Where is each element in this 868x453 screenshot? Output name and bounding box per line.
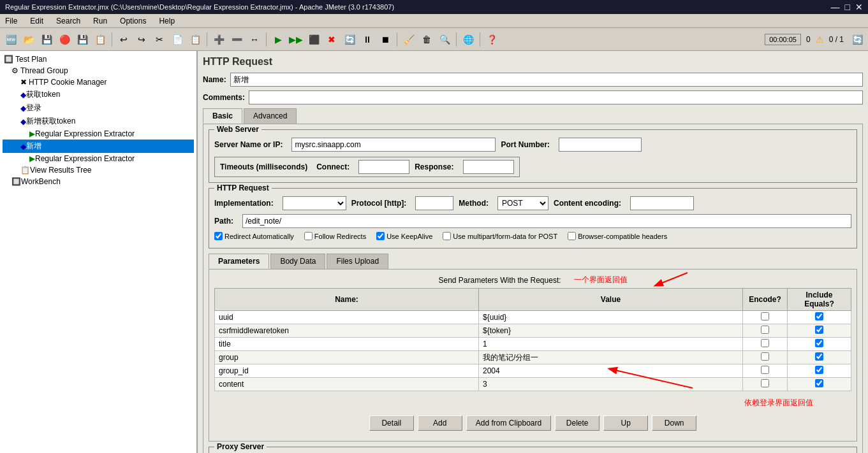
param-value-input[interactable] [483,340,739,349]
tab-files-upload[interactable]: Files Upload [327,254,388,269]
new-button[interactable]: 🆕 [3,31,19,48]
redo-button[interactable]: ↪ [133,31,150,48]
method-select[interactable]: POST GET [497,196,548,210]
cell-name[interactable] [215,324,479,338]
encode-checkbox[interactable] [761,366,769,374]
encode-checkbox[interactable] [761,326,769,334]
close-button[interactable]: ✕ [855,2,863,12]
delete-button[interactable]: Delete [555,415,600,431]
toolbar-btn-14[interactable]: ↔ [246,31,263,48]
collapse-button[interactable]: ➖ [228,31,245,48]
tree-item-login[interactable]: ◆ 登录 [3,101,194,115]
start-no-pause[interactable]: ▶▶ [288,31,304,48]
comments-input[interactable] [249,90,863,104]
encoding-input[interactable] [630,196,694,210]
shutdown-button[interactable]: ✖ [323,31,340,48]
expand-button[interactable]: ➕ [210,31,227,48]
response-input[interactable] [463,160,514,174]
menu-search[interactable]: Search [54,16,83,26]
remote-exit[interactable]: ⏹ [377,31,394,48]
cell-value[interactable] [479,338,743,351]
tree-item-newadd[interactable]: ◆ 新增 [3,140,194,153]
menu-edit[interactable]: Edit [27,16,46,26]
name-input[interactable] [230,73,863,87]
tab-body-data[interactable]: Body Data [270,254,325,269]
maximize-button[interactable]: □ [845,2,850,12]
cell-value[interactable] [479,351,743,364]
cell-name[interactable] [215,364,479,378]
help-btn[interactable]: ❓ [483,31,500,48]
param-name-input[interactable] [219,340,474,349]
add-from-clipboard-button[interactable]: Add from Clipboard [466,415,551,431]
port-number-input[interactable] [559,138,642,152]
minimize-button[interactable]: — [831,2,840,12]
impl-select[interactable] [283,196,346,210]
tree-item-regex2[interactable]: ▶ Regular Expression Extractor [3,153,194,164]
tree-item-regex1[interactable]: ▶ Regular Expression Extractor [3,128,194,140]
multipart-checkbox[interactable]: Use multipart/form-data for POST [443,232,557,240]
include-checkbox[interactable] [815,352,823,361]
tab-basic[interactable]: Basic [203,108,242,124]
param-name-input[interactable] [219,313,474,322]
cell-name[interactable] [215,378,479,391]
remote-start[interactable]: 🔄 [341,31,358,48]
browser-compatible-checkbox[interactable]: Browser-compatible headers [568,232,667,240]
redirect-auto-checkbox[interactable]: Redirect Automatically [214,232,294,240]
tree-item-testplan[interactable]: 🔲 Test Plan [3,54,194,65]
remote-stop[interactable]: ⏸ [359,31,376,48]
cell-name[interactable] [215,311,479,324]
toolbar-btn-4[interactable]: 🔴 [56,31,73,48]
param-value-input[interactable] [483,313,739,322]
encode-checkbox[interactable] [761,352,769,361]
down-button[interactable]: Down [652,415,696,431]
clear-button[interactable]: 🧹 [401,31,417,48]
param-value-input[interactable] [483,326,739,335]
refresh-button[interactable]: 🔄 [849,31,865,48]
tab-parameters[interactable]: Parameters [209,254,269,269]
find-button[interactable]: 🔍 [436,31,453,48]
tree-item-threadgroup[interactable]: ⚙ Thread Group [3,65,194,76]
param-name-input[interactable] [219,380,474,389]
path-input[interactable] [242,214,851,228]
start-button[interactable]: ▶ [270,31,286,48]
tree-item-gettoken[interactable]: ◆ 获取token [3,88,194,101]
server-name-input[interactable] [291,138,496,152]
menu-file[interactable]: File [3,16,20,26]
cell-value[interactable] [479,324,743,338]
follow-redirects-checkbox[interactable]: Follow Redirects [304,232,366,240]
undo-button[interactable]: ↩ [115,31,132,48]
menu-help[interactable]: Help [156,16,177,26]
toolbar-btn-6[interactable]: 📋 [92,31,108,48]
encode-checkbox[interactable] [761,312,769,320]
tree-item-workbench[interactable]: 🔲 WorkBench [3,176,194,187]
tree-item-cookie[interactable]: ✖ HTTP Cookie Manager [3,76,194,88]
save-as-button[interactable]: 💾 [74,31,91,48]
include-checkbox[interactable] [815,366,823,374]
param-name-input[interactable] [219,326,474,335]
stop-button[interactable]: ⬛ [305,31,322,48]
include-checkbox[interactable] [815,379,823,387]
up-button[interactable]: Up [603,415,648,431]
copy-button[interactable]: 📄 [169,31,186,48]
tab-advanced[interactable]: Advanced [244,108,297,124]
cell-name[interactable] [215,351,479,364]
include-checkbox[interactable] [815,326,823,334]
cell-name[interactable] [215,338,479,351]
browse-button[interactable]: 🌐 [460,31,476,48]
connect-input[interactable] [358,160,409,174]
include-checkbox[interactable] [815,339,823,347]
tree-item-newgettoken[interactable]: ◆ 新增获取token [3,115,194,128]
menu-run[interactable]: Run [91,16,110,26]
param-value-input[interactable] [483,353,739,362]
open-button[interactable]: 📂 [20,31,37,48]
paste-button[interactable]: 📋 [187,31,203,48]
encode-checkbox[interactable] [761,379,769,387]
menu-options[interactable]: Options [117,16,149,26]
param-name-input[interactable] [219,366,474,375]
detail-button[interactable]: Detail [369,415,414,431]
clear-all-button[interactable]: 🗑 [418,31,435,48]
save-button[interactable]: 💾 [38,31,55,48]
add-button[interactable]: Add [418,415,462,431]
keepalive-checkbox[interactable]: Use KeepAlive [376,232,432,240]
include-checkbox[interactable] [815,312,823,320]
